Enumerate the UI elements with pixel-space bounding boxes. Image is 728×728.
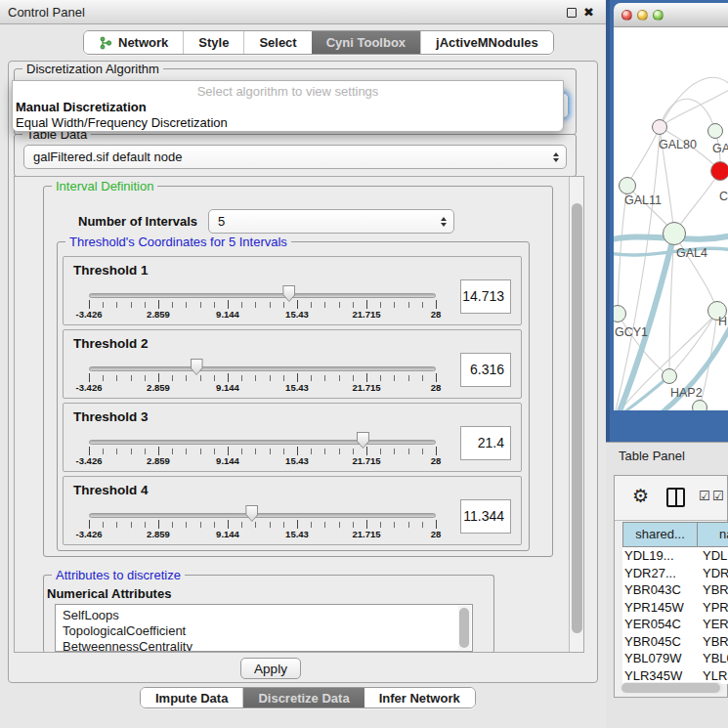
column-header-name[interactable]: na <box>697 522 728 547</box>
scrollbar-thumb[interactable] <box>459 608 469 648</box>
cyni-bottom-tabbar: Impute Data Discretize Data Infer Networ… <box>140 687 476 708</box>
thresholds-group-title: Threshold's Coordinates for 5 Intervals <box>65 235 291 249</box>
threshold-3-slider[interactable] <box>89 440 436 445</box>
tick-label: 2.859 <box>147 309 170 320</box>
threshold-1-slider[interactable] <box>89 293 436 298</box>
threshold-4-slider-thumb[interactable] <box>245 505 258 522</box>
attributes-group-title: Attributes to discretize <box>52 568 185 582</box>
threshold-1-slider-thumb[interactable] <box>282 285 295 302</box>
major-tick <box>436 373 437 382</box>
major-tick <box>436 300 437 309</box>
tab-style[interactable]: Style <box>184 31 244 54</box>
menu-item-equal-width-frequency[interactable]: Equal Width/Frequency Discretization <box>16 115 228 130</box>
checkbox-icon[interactable]: ☑ <box>699 489 710 503</box>
major-tick <box>89 373 90 382</box>
tick-label: 9.144 <box>216 455 239 466</box>
threshold-4-value-field[interactable]: 11.344 <box>460 499 511 534</box>
node-label: GA <box>712 142 728 155</box>
table-data-combo[interactable]: galFiltered.sif default node <box>23 145 567 169</box>
table-row[interactable]: YDR27...YDR2 <box>622 565 728 582</box>
table-horizontal-scrollbar[interactable] <box>621 682 723 694</box>
scrollbar-thumb[interactable] <box>572 203 582 633</box>
table-row[interactable]: YBL079WYBL0 <box>622 650 728 667</box>
network-node[interactable] <box>652 119 667 135</box>
split-columns-icon[interactable] <box>666 488 685 507</box>
threshold-2-slider-thumb[interactable] <box>191 359 203 375</box>
apply-button[interactable]: Apply <box>240 658 301 679</box>
major-tick <box>228 520 229 529</box>
tick-label: 28 <box>431 529 442 539</box>
table-row[interactable]: YER054CYER0 <box>622 616 728 633</box>
major-tick <box>366 520 367 529</box>
list-item[interactable]: TopologicalCoefficient <box>56 623 472 639</box>
slider-ticks <box>89 302 437 308</box>
threshold-3-value-field[interactable]: 21.4 <box>460 426 511 460</box>
network-canvas[interactable]: GAL80 GA C GAL11 GAL4 GCY1 H HAP2 <box>614 27 728 410</box>
threshold-2-value-field[interactable]: 6.316 <box>460 353 511 387</box>
node-label: GAL80 <box>659 138 697 151</box>
list-item[interactable]: BetweennessCentrality <box>56 639 472 652</box>
scrollbar-thumb[interactable] <box>621 683 720 693</box>
major-tick <box>436 447 437 455</box>
algorithm-hint: Select algorithm to view settings <box>13 84 563 99</box>
table-row[interactable]: YBR045CYBR0 <box>622 633 728 651</box>
column-header-shared-name[interactable]: shared... <box>622 522 698 547</box>
close-traffic-light[interactable] <box>621 10 632 21</box>
close-icon[interactable]: ✖ <box>583 3 594 21</box>
network-node[interactable] <box>619 177 636 194</box>
network-icon <box>99 36 112 50</box>
tick-label: 21.715 <box>352 529 380 539</box>
menu-item-manual-discretization[interactable]: Manual Discretization <box>16 100 147 114</box>
threshold-4-slider[interactable] <box>89 513 436 518</box>
combo-arrows-icon <box>553 152 559 162</box>
tick-label: 15.43 <box>285 455 309 466</box>
gear-icon[interactable]: ⚙ <box>632 486 649 507</box>
number-of-intervals-label: Number of Intervals <box>78 214 197 229</box>
zoom-traffic-light[interactable] <box>653 10 664 21</box>
interval-definition-title: Interval Definition <box>52 179 157 193</box>
tick-label: 9.144 <box>216 529 239 539</box>
threshold-1-value-field[interactable]: 14.713 <box>460 279 511 314</box>
attributes-list-scrollbar[interactable] <box>458 606 471 650</box>
tab-jactivemnodules[interactable]: jActiveMNodules <box>420 31 553 54</box>
tick-label: 21.715 <box>352 455 380 466</box>
table-data-combo-value: galFiltered.sif default node <box>33 150 182 164</box>
tick-label: 28 <box>431 309 442 320</box>
node-label: GCY1 <box>615 325 648 339</box>
network-node[interactable] <box>707 123 723 139</box>
major-tick <box>297 447 298 455</box>
tick-label: -3.426 <box>76 309 103 320</box>
tab-network[interactable]: Network <box>84 31 184 54</box>
table-panel-toolbar: ⚙ ☑ ☑ <box>615 476 727 521</box>
threshold-2-slider[interactable] <box>89 366 436 371</box>
table-row[interactable]: YBR043CYBR0 <box>622 581 728 599</box>
network-node[interactable] <box>663 222 686 245</box>
network-node[interactable] <box>692 400 707 410</box>
float-window-icon[interactable] <box>567 8 577 18</box>
discretization-algorithm-group-title: Discretization Algorithm <box>22 62 163 76</box>
node-label: C <box>719 190 728 203</box>
tab-discretize-data[interactable]: Discretize Data <box>243 688 364 707</box>
slider-ticks <box>89 522 437 528</box>
settings-vertical-scrollbar[interactable] <box>569 177 583 652</box>
minimize-traffic-light[interactable] <box>637 10 648 21</box>
major-tick <box>89 520 90 529</box>
list-item[interactable]: SelfLoops <box>56 605 472 623</box>
checkbox-icon[interactable]: ☑ <box>712 489 724 503</box>
table-row[interactable]: YDL19...YDL1 <box>622 547 728 565</box>
number-of-intervals-combo[interactable]: 5 <box>208 209 454 234</box>
control-panel-titlebar: Control Panel ✖ <box>0 0 606 24</box>
network-node-selected[interactable] <box>710 161 728 181</box>
tab-select[interactable]: Select <box>244 31 311 54</box>
major-tick <box>366 447 367 455</box>
slider-ticks <box>89 375 437 381</box>
tab-impute-data[interactable]: Impute Data <box>141 688 243 707</box>
slider-ticks <box>89 449 437 454</box>
table-row[interactable]: YPR145WYPR1 <box>622 599 728 617</box>
network-node[interactable] <box>662 368 677 384</box>
node-label: HAP2 <box>670 386 703 400</box>
tab-infer-network[interactable]: Infer Network <box>364 688 475 707</box>
node-table[interactable]: YDL19...YDL1 YDR27...YDR2 YBR043CYBR0 YP… <box>622 547 728 684</box>
tab-cyni-toolbox[interactable]: Cyni Toolbox <box>312 31 420 54</box>
major-tick <box>158 520 159 529</box>
